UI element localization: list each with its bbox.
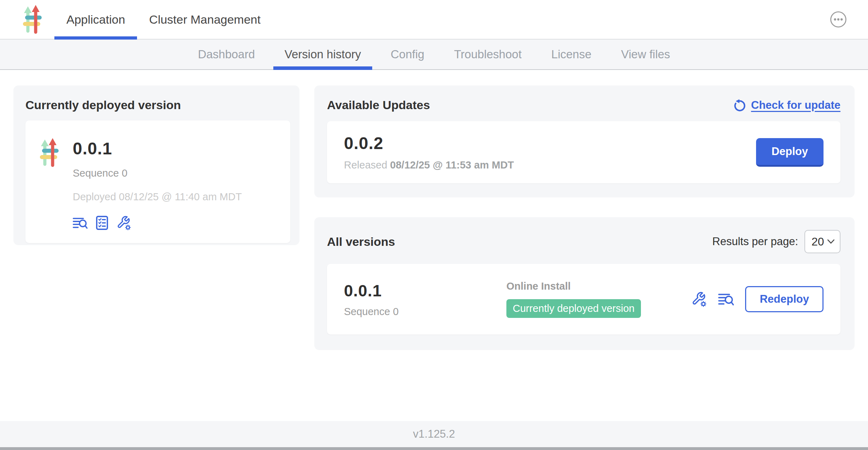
tab-config[interactable]: Config <box>376 40 439 69</box>
currently-deployed-badge: Currently deployed version <box>506 299 641 318</box>
preflight-checks-button[interactable] <box>96 216 108 230</box>
all-versions-header: All versions Results per page: 20 <box>327 230 840 253</box>
refresh-icon <box>733 99 746 112</box>
version-row-status: Online Install Currently deployed versio… <box>506 280 641 318</box>
deployed-version-actions <box>73 215 242 230</box>
config-wrench-icon <box>691 291 707 307</box>
edit-config-button[interactable] <box>691 291 707 307</box>
console-version: v1.125.2 <box>413 428 455 440</box>
version-row-details: 0.0.1 Sequence 0 <box>344 281 506 318</box>
chevron-down-icon <box>827 239 835 244</box>
main-content: Currently deployed version 0.0.1 Sequenc… <box>0 70 868 350</box>
released-label: Released <box>344 159 387 171</box>
check-for-update-link[interactable]: Check for update <box>733 99 840 112</box>
right-column: Available Updates Check for update 0.0.2… <box>314 85 855 350</box>
logs-button[interactable] <box>73 217 88 229</box>
deployed-version-details: 0.0.1 Sequence 0 Deployed 08/12/25 @ 11:… <box>73 129 242 230</box>
available-updates-header: Available Updates Check for update <box>327 98 840 112</box>
app-logo-icon <box>40 138 59 167</box>
currently-deployed-card: Currently deployed version 0.0.1 Sequenc… <box>13 85 299 245</box>
logs-button[interactable] <box>718 293 734 306</box>
config-wrench-icon <box>117 215 131 230</box>
tab-troubleshoot[interactable]: Troubleshoot <box>439 40 536 69</box>
app-logo-icon <box>23 5 42 34</box>
version-row-actions: Redeploy <box>691 286 824 312</box>
results-per-page-label: Results per page: <box>712 235 798 248</box>
install-type-label: Online Install <box>506 280 641 292</box>
deployed-sequence: Sequence 0 <box>73 167 242 179</box>
update-released-line: Released 08/12/25 @ 11:53 am MDT <box>344 159 514 171</box>
tab-license[interactable]: License <box>536 40 606 69</box>
deployed-version-number: 0.0.1 <box>73 139 242 158</box>
tab-dashboard[interactable]: Dashboard <box>183 40 269 69</box>
deployed-version-panel: 0.0.1 Sequence 0 Deployed 08/12/25 @ 11:… <box>25 120 290 243</box>
update-version-number: 0.0.2 <box>344 134 514 153</box>
check-for-update-label: Check for update <box>751 99 840 112</box>
footer: v1.125.2 <box>0 421 868 447</box>
deploy-button[interactable]: Deploy <box>756 138 824 167</box>
row-version-number: 0.0.1 <box>344 281 506 300</box>
app-subnav: Dashboard Version history Config Trouble… <box>0 40 868 70</box>
header-tabs: Application Cluster Management <box>54 0 273 39</box>
currently-deployed-title: Currently deployed version <box>25 98 290 112</box>
redeploy-button[interactable]: Redeploy <box>745 286 824 312</box>
tab-application[interactable]: Application <box>54 0 137 39</box>
available-updates-title: Available Updates <box>327 98 430 112</box>
more-options-button[interactable] <box>830 11 847 28</box>
all-versions-card: All versions Results per page: 20 0.0.1 … <box>314 217 855 350</box>
tab-version-history[interactable]: Version history <box>270 40 376 69</box>
results-per-page: Results per page: 20 <box>712 230 840 253</box>
update-details: 0.0.2 Released 08/12/25 @ 11:53 am MDT <box>344 134 514 171</box>
released-date: 08/12/25 @ 11:53 am MDT <box>390 159 514 171</box>
version-row: 0.0.1 Sequence 0 Online Install Currentl… <box>327 264 840 334</box>
update-row: 0.0.2 Released 08/12/25 @ 11:53 am MDT D… <box>327 121 840 183</box>
bottom-edge-bar <box>0 447 868 450</box>
tab-view-files[interactable]: View files <box>606 40 685 69</box>
app-page: Application Cluster Management Dashboard… <box>0 0 868 450</box>
logs-icon <box>718 293 734 306</box>
ellipsis-circle-icon <box>830 11 847 28</box>
available-updates-card: Available Updates Check for update 0.0.2… <box>314 85 855 197</box>
row-sequence: Sequence 0 <box>344 306 506 318</box>
results-per-page-select[interactable]: 20 <box>804 230 840 253</box>
preflight-checklist-icon <box>96 216 108 230</box>
top-header: Application Cluster Management <box>0 0 868 40</box>
deployed-timestamp: Deployed 08/12/25 @ 11:40 am MDT <box>73 191 242 203</box>
results-per-page-value: 20 <box>811 235 824 248</box>
logs-icon <box>73 217 88 229</box>
all-versions-title: All versions <box>327 235 395 249</box>
edit-config-button[interactable] <box>117 215 131 230</box>
tab-cluster-management[interactable]: Cluster Management <box>137 0 273 39</box>
